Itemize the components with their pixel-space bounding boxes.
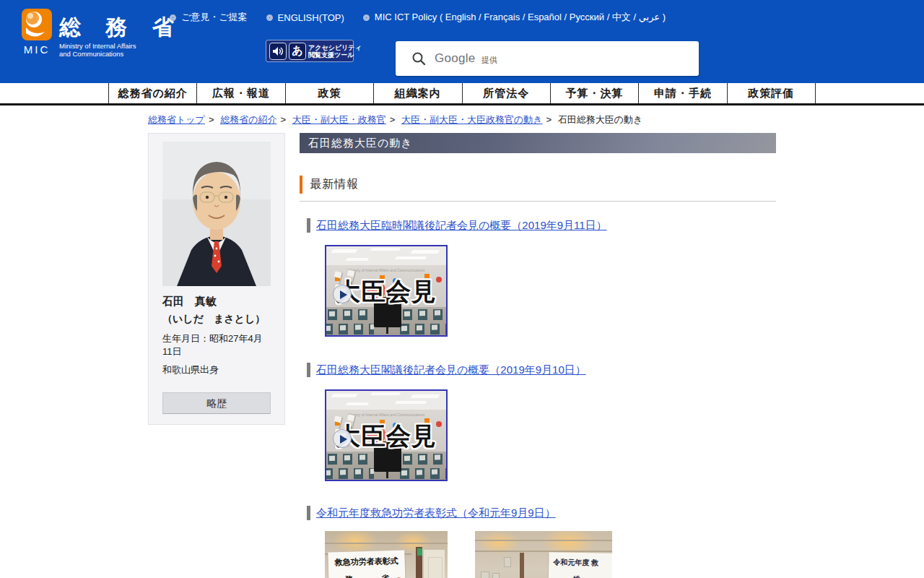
ministry-name-en-line2: and Communications — [59, 50, 123, 58]
accessibility-tool-badge[interactable]: あ アクセシビリティ閲覧支援ツール — [266, 40, 354, 62]
news-link-award-ceremony-0909[interactable]: 令和元年度救急功労者表彰式（令和元年9月9日） — [316, 506, 556, 520]
site-header: MIC 総 務 省 Ministry of Internal Affairsan… — [0, 0, 924, 83]
minister-photo — [162, 142, 271, 286]
circle-bullet-icon — [170, 14, 176, 21]
minister-birthday: 生年月日：昭和27年4月11日 — [162, 332, 271, 358]
ict-policy-languages-link[interactable]: MIC ICT Policy ( English / Français / Es… — [363, 11, 666, 24]
nav-tab-organization[interactable]: 組織案内 — [373, 83, 461, 103]
nav-tab-laws[interactable]: 所管法令 — [462, 83, 550, 103]
feedback-link[interactable]: ご意見・ご提案 — [170, 11, 248, 24]
mic-logo-text: MIC — [20, 43, 53, 56]
gray-accent-bar — [307, 506, 310, 520]
ceremony-banner-1-line2: 務 省 — [328, 573, 405, 578]
minister-origin: 和歌山県出身 — [162, 363, 271, 376]
news-link-press-conference-0910[interactable]: 石田総務大臣閣議後記者会見の概要（2019年9月10日） — [316, 363, 586, 377]
ceremony-banner-2-line1: 令和元年度 救 — [553, 557, 612, 568]
accessibility-badge-label: アクセシビリティ閲覧支援ツール — [308, 44, 362, 59]
nav-tab-policy[interactable]: 政策 — [285, 83, 373, 103]
ceremony-banner-2: 令和元年度 救 総 — [549, 552, 612, 578]
google-brand-label: Google — [435, 51, 476, 66]
main-nav-tabs: 総務省の紹介 広報・報道 政策 組織案内 所管法令 予算・決算 申請・手続 政策… — [108, 83, 816, 103]
ceremony-banner-2-line2: 総 — [553, 574, 612, 578]
minister-profile-card: 石田 真敏 （いしだ まさとし） 生年月日：昭和27年4月11日 和歌山県出身 … — [148, 133, 285, 425]
ministry-name-en-line1: Ministry of Internal Affairs — [59, 42, 136, 50]
nav-tab-public-relations[interactable]: 広報・報道 — [196, 83, 284, 103]
hiragana-a-icon: あ — [289, 43, 306, 60]
circle-bullet-icon — [266, 14, 273, 21]
page-title: 石田総務大臣の動き — [300, 133, 776, 153]
orange-accent-bar — [300, 176, 302, 194]
breadcrumb-link-home[interactable]: 総務省トップ — [148, 114, 205, 125]
ceremony-photo-1: 救急功労者表彰式 務 省 — [325, 531, 448, 578]
news-item-row: 石田総務大臣臨時閣議後記者会見の概要（2019年9月11日） — [307, 218, 776, 233]
gray-accent-bar — [307, 218, 310, 233]
breadcrumb-separator: > — [209, 114, 214, 125]
news-link-press-conference-0911[interactable]: 石田総務大臣臨時閣議後記者会見の概要（2019年9月11日） — [316, 219, 607, 233]
nav-tab-budget[interactable]: 予算・決算 — [550, 83, 638, 103]
thumb-ceiling — [326, 246, 446, 265]
content: 石田 真敏 （いしだ まさとし） 生年月日：昭和27年4月11日 和歌山県出身 … — [148, 133, 924, 578]
ministry-name-jp: 総 務 省 — [59, 13, 183, 43]
video-thumbnail-press-conference-0910[interactable]: Ministry of Internal Affairs and Communi… — [325, 389, 448, 481]
feedback-link-label: ご意見・ご提案 — [181, 11, 248, 24]
main-nav: 総務省の紹介 広報・報道 政策 組織案内 所管法令 予算・決算 申請・手続 政策… — [0, 83, 924, 105]
ceremony-banner-1: 救急功労者表彰式 務 省 — [328, 551, 405, 578]
english-top-link[interactable]: ENGLISH(TOP) — [266, 12, 344, 23]
google-search-input[interactable]: Google 提供 — [396, 41, 699, 76]
minister-name-kana: （いしだ まさとし） — [162, 313, 271, 326]
ict-policy-languages-label: MIC ICT Policy ( English / Français / Es… — [375, 11, 666, 24]
news-item-row: 令和元年度救急功労者表彰式（令和元年9月9日） — [307, 506, 776, 520]
breadcrumb-link-about[interactable]: 総務省の紹介 — [220, 114, 276, 125]
breadcrumb-separator: > — [546, 114, 552, 125]
google-provided-label: 提供 — [481, 55, 497, 66]
news-item-row: 石田総務大臣閣議後記者会見の概要（2019年9月10日） — [307, 363, 776, 377]
nav-tab-about[interactable]: 総務省の紹介 — [108, 83, 196, 103]
play-icon — [333, 429, 352, 448]
ministry-name-en: Ministry of Internal Affairsand Communic… — [59, 42, 136, 58]
nav-tab-applications[interactable]: 申請・手続 — [638, 83, 726, 103]
mic-logo-icon — [22, 9, 52, 40]
header-utility-links: ご意見・ご提案 ENGLISH(TOP) MIC ICT Policy ( En… — [170, 11, 666, 24]
minister-name: 石田 真敏 — [162, 295, 271, 309]
breadcrumb-separator: > — [280, 114, 286, 125]
breadcrumb-link-minister-activities[interactable]: 大臣・副大臣・大臣政務官の動き — [401, 114, 543, 125]
breadcrumb-current: 石田総務大臣の動き — [558, 114, 643, 125]
nav-tab-policy-evaluation[interactable]: 政策評価 — [727, 83, 816, 103]
section-heading-label: 最新情報 — [310, 177, 359, 192]
accessibility-label-line1: アクセシビリティ — [308, 44, 362, 51]
accessibility-label-line2: 閲覧支援ツール — [308, 51, 354, 59]
breadcrumb-link-ministers[interactable]: 大臣・副大臣・政務官 — [292, 114, 386, 125]
speaker-icon — [269, 43, 287, 60]
breadcrumb: 総務省トップ> 総務省の紹介> 大臣・副大臣・政務官> 大臣・副大臣・大臣政務官… — [148, 113, 924, 126]
mic-home-logo[interactable]: MIC 総 務 省 Ministry of Internal Affairsan… — [20, 7, 186, 76]
video-thumbnail-press-conference-0911[interactable]: Ministry of Internal Affairs and Communi… — [325, 245, 448, 337]
section-heading: 最新情報 — [300, 176, 776, 202]
breadcrumb-separator: > — [390, 114, 396, 125]
gray-accent-bar — [307, 363, 310, 377]
english-top-link-label: ENGLISH(TOP) — [278, 12, 344, 23]
ceremony-banner-1-line1: 救急功労者表彰式 — [328, 556, 405, 569]
exit-sign — [417, 548, 422, 556]
ceremony-photo-2: 令和元年度 救 総 — [475, 531, 612, 578]
circle-bullet-icon — [363, 14, 370, 21]
ceremony-photo-row: 救急功労者表彰式 務 省 令和元年度 救 総 — [325, 531, 776, 578]
search-icon — [411, 51, 426, 66]
main-column: 石田総務大臣の動き 最新情報 石田総務大臣臨時閣議後記者会見の概要（2019年9… — [300, 133, 776, 578]
play-icon — [333, 285, 352, 303]
page: MIC 総 務 省 Ministry of Internal Affairsan… — [0, 0, 924, 578]
biography-button[interactable]: 略歴 — [162, 392, 271, 414]
thumb-ceiling — [326, 391, 446, 410]
